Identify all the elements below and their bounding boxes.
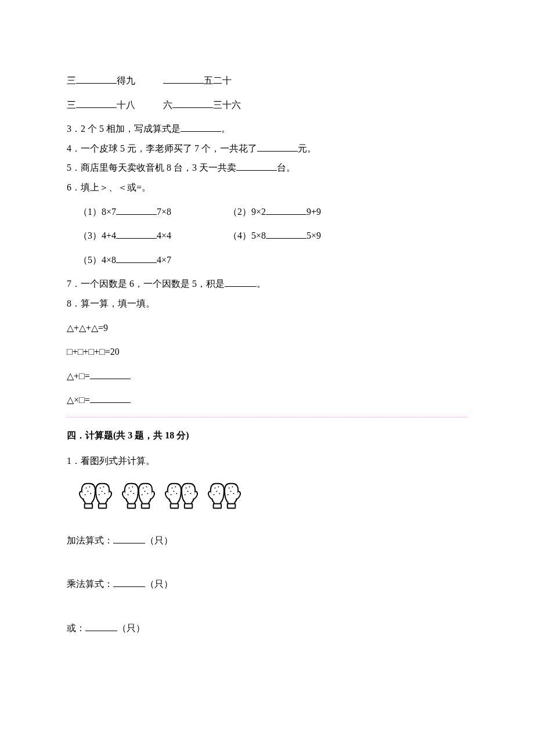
svg-point-43 (229, 488, 230, 489)
blank[interactable] (266, 229, 306, 239)
svg-point-38 (215, 488, 216, 489)
svg-point-16 (130, 491, 131, 492)
blank[interactable] (257, 142, 298, 152)
text: （2）9×2 (228, 207, 266, 217)
svg-rect-25 (185, 504, 193, 509)
svg-point-45 (230, 491, 232, 492)
blank[interactable] (266, 205, 306, 215)
section-4-heading: 四．计算题(共 3 题，共 18 分) (67, 428, 467, 443)
svg-point-32 (189, 487, 190, 488)
question-4: 4．一个皮球 5 元，李老师买了 7 个，一共花了元。 (67, 141, 467, 156)
text: 得九 (117, 75, 135, 85)
svg-point-27 (175, 487, 176, 488)
blank[interactable] (116, 253, 157, 263)
q8-line-2: □+□+□+□=20 (67, 344, 467, 359)
svg-point-22 (147, 493, 148, 494)
mitten-pair-icon (164, 478, 198, 516)
question-6-row-2: （3）4+44×4 （4）5×85×9 (78, 228, 467, 243)
svg-point-40 (216, 491, 217, 492)
svg-point-47 (228, 494, 229, 495)
svg-point-33 (187, 491, 189, 492)
blank[interactable] (116, 205, 157, 215)
q8-line-4: △×□= (67, 393, 467, 408)
blank[interactable] (181, 122, 221, 132)
text: 三 (67, 100, 76, 110)
blank[interactable] (225, 277, 257, 287)
question-3: 3．2 个 5 相加，写成算式是。 (67, 121, 467, 136)
label: 加法算式： (67, 535, 113, 545)
or-answer-line: 或：（只） (67, 621, 467, 636)
svg-point-39 (218, 487, 219, 488)
svg-rect-36 (214, 504, 222, 509)
blank[interactable] (76, 98, 117, 108)
question-6-row-3: （5）4×84×7 (78, 253, 467, 268)
svg-rect-1 (99, 504, 107, 509)
text: △+△+△=9 (67, 323, 108, 333)
rhyme-line-1: 三得九 五二十 (67, 73, 467, 88)
text: 9+9 (306, 207, 321, 217)
svg-point-14 (129, 488, 130, 489)
text: （5）4×8 (78, 255, 116, 265)
section-divider (67, 417, 467, 417)
mitten-pair-icon (78, 478, 112, 516)
text: 3．2 个 5 相加，写成算式是 (67, 124, 181, 134)
text: 7．一个因数是 6，一个因数是 5，积是 (67, 279, 225, 289)
text: 元。 (298, 143, 316, 153)
svg-point-7 (100, 488, 101, 489)
svg-point-6 (85, 494, 86, 495)
question-8-title: 8．算一算，填一填。 (67, 296, 467, 311)
svg-point-4 (87, 491, 88, 492)
svg-point-31 (186, 488, 187, 489)
svg-point-10 (104, 493, 105, 494)
text: 三十六 (213, 100, 241, 110)
question-6-row-1: （1）8×77×8 （2）9×29+9 (78, 204, 467, 219)
svg-point-2 (86, 488, 87, 489)
blank[interactable] (113, 577, 145, 587)
text: 三 (67, 75, 76, 85)
blank[interactable] (163, 74, 204, 84)
addition-answer-line: 加法算式：（只） (67, 533, 467, 548)
text: 1．看图列式并计算。 (67, 456, 155, 466)
text: △+□= (67, 371, 90, 381)
svg-point-3 (89, 487, 90, 488)
svg-point-15 (132, 487, 133, 488)
svg-point-30 (171, 494, 172, 495)
svg-point-41 (219, 493, 220, 494)
q8-line-1: △+△+△=9 (67, 321, 467, 336)
blank[interactable] (236, 161, 277, 171)
text: 4×7 (157, 255, 171, 265)
text: 6．填上＞、＜或=。 (67, 182, 151, 192)
blank[interactable] (85, 621, 117, 631)
svg-point-35 (185, 494, 186, 495)
rhyme-line-2: 三十八 六三十六 (67, 98, 467, 113)
blank[interactable] (116, 229, 157, 239)
unit: （只） (145, 579, 173, 589)
unit: （只） (117, 623, 145, 633)
mitten-pair-icon (121, 478, 155, 516)
text: 5．商店里每天卖收音机 8 台，3 天一共卖 (67, 163, 236, 172)
blank[interactable] (90, 393, 131, 403)
text: 。 (257, 279, 266, 289)
svg-rect-13 (142, 504, 150, 509)
text: 8．算一算，填一填。 (67, 298, 155, 308)
question-5: 5．商店里每天卖收音机 8 台，3 天一共卖台。 (67, 160, 467, 175)
svg-point-42 (214, 494, 215, 495)
blank[interactable] (76, 74, 117, 84)
svg-point-29 (176, 493, 177, 494)
text: 7×8 (157, 207, 171, 217)
text: （1）8×7 (78, 207, 116, 217)
svg-rect-24 (171, 504, 179, 509)
blank[interactable] (172, 98, 213, 108)
text: （4）5×8 (228, 231, 266, 240)
blank[interactable] (90, 369, 131, 379)
text: 十八 (117, 100, 135, 110)
svg-point-21 (145, 491, 146, 492)
svg-point-19 (143, 488, 144, 489)
text: 4．一个皮球 5 元，李老师买了 7 个，一共花了 (67, 143, 257, 153)
section-4-q1-title: 1．看图列式并计算。 (67, 453, 467, 469)
svg-rect-12 (128, 504, 136, 509)
text: 4×4 (157, 231, 171, 240)
multiplication-answer-line: 乘法算式：（只） (67, 577, 467, 592)
blank[interactable] (113, 534, 145, 543)
svg-point-44 (232, 487, 233, 488)
